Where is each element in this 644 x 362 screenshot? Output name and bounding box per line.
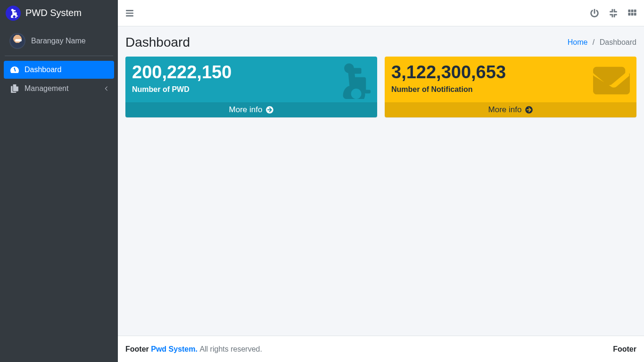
breadcrumb-separator: / xyxy=(590,38,597,46)
wheelchair-icon xyxy=(334,62,371,101)
avatar xyxy=(9,33,25,49)
brand-logo xyxy=(6,6,21,21)
arrow-circle-right-icon xyxy=(266,106,273,114)
sidebar-nav: Dashboard Management xyxy=(0,56,118,103)
grid-icon[interactable] xyxy=(628,9,636,17)
card-notification: 3,122,300,653 Number of Notification Mor… xyxy=(385,57,636,117)
sidebar-item-label: Management xyxy=(25,84,68,93)
menu-toggle-icon[interactable] xyxy=(125,9,134,17)
footer-brand-link[interactable]: Pwd System. xyxy=(151,345,198,353)
more-info-label: More info xyxy=(229,105,263,115)
cards-row: 200,222,150 Number of PWD More info 3,12… xyxy=(118,57,644,117)
footer-prefix: Footer xyxy=(125,345,151,353)
breadcrumb-home[interactable]: Home xyxy=(568,38,588,46)
card-pwd: 200,222,150 Number of PWD More info xyxy=(125,57,377,117)
content-header: Dashboard Home / Dashboard xyxy=(118,26,644,57)
brand-text: PWD System xyxy=(25,8,82,18)
user-name: Barangay Name xyxy=(31,37,86,45)
chevron-left-icon xyxy=(104,84,108,93)
breadcrumb: Home / Dashboard xyxy=(568,38,636,47)
sidebar-item-label: Dashboard xyxy=(25,66,61,74)
envelope-icon xyxy=(593,62,630,101)
more-info-label: More info xyxy=(488,105,522,115)
arrow-circle-right-icon xyxy=(525,106,533,114)
brand[interactable]: PWD System xyxy=(0,0,118,26)
card-more-info[interactable]: More info xyxy=(125,102,377,117)
user-panel[interactable]: Barangay Name xyxy=(5,26,113,56)
topbar xyxy=(118,0,644,26)
footer-suffix: All rights reserved. xyxy=(199,345,262,353)
compress-icon[interactable] xyxy=(609,9,618,17)
footer: Footer Pwd System. All rights reserved. … xyxy=(118,336,644,362)
sidebar-item-management[interactable]: Management xyxy=(4,80,114,98)
footer-right-text: Footer xyxy=(613,345,636,353)
wheelchair-icon xyxy=(8,8,18,18)
tachometer-icon xyxy=(9,66,20,74)
power-icon[interactable] xyxy=(590,9,599,17)
card-more-info[interactable]: More info xyxy=(385,102,636,117)
page-title: Dashboard xyxy=(125,35,190,50)
copy-icon xyxy=(9,84,20,93)
footer-right: Footer xyxy=(613,345,636,354)
footer-left: Footer Pwd System. All rights reserved. xyxy=(125,345,262,354)
content: Dashboard Home / Dashboard 200,222,150 N… xyxy=(118,26,644,336)
sidebar-item-dashboard[interactable]: Dashboard xyxy=(4,61,114,79)
sidebar: PWD System Barangay Name Dashboard Manag… xyxy=(0,0,118,362)
breadcrumb-current: Dashboard xyxy=(600,38,636,46)
